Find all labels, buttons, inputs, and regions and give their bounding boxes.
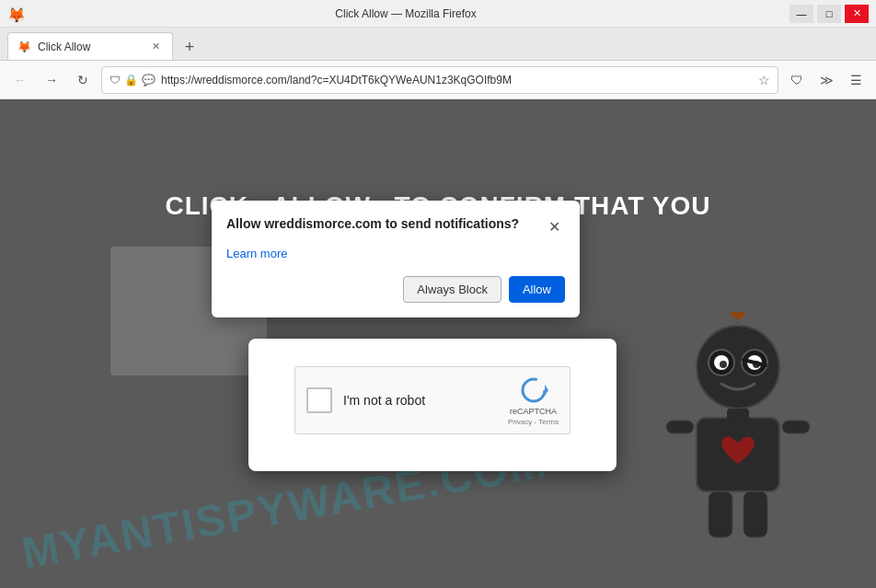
allow-button[interactable]: Allow [509,276,565,303]
tab-title: Click Allow [38,40,141,53]
always-block-button[interactable]: Always Block [403,276,501,303]
reload-button[interactable]: ↻ [70,67,96,93]
svg-rect-13 [782,421,810,433]
learn-more-link[interactable]: Learn more [226,247,287,260]
extensions-button[interactable]: ≫ [813,67,839,93]
tab-bar: 🦊 Click Allow ✕ + [0,28,876,61]
recaptcha-checkbox[interactable] [306,387,332,413]
menu-button[interactable]: ☰ [843,67,869,93]
robot-character [646,312,830,588]
address-input-wrap[interactable]: 🛡 🔒 💬 https://wreddismorce.com/land?c=XU… [101,66,778,94]
window-title: Click Allow — Mozilla Firefox [22,7,790,20]
recaptcha-brand: reCAPTCHA [510,407,557,416]
url-text: https://wreddismorce.com/land?c=XU4DtT6k… [161,74,753,86]
tab-favicon-icon: 🦊 [17,40,30,53]
new-tab-button[interactable]: + [177,34,202,60]
svg-rect-15 [743,491,767,537]
svg-point-7 [720,361,727,368]
lock-icon: 🔒 [124,74,138,86]
svg-rect-11 [727,409,749,421]
toolbar-icons: 🛡 ≫ ☰ [784,67,869,93]
address-bar: ← → ↻ 🛡 🔒 💬 https://wreddismorce.com/lan… [0,61,876,99]
maximize-button[interactable]: □ [817,5,841,23]
recaptcha-terms-link[interactable]: Terms [538,418,559,426]
svg-rect-12 [666,421,694,433]
shield-icon: 🛡 [110,74,121,86]
shield-toolbar-button[interactable]: 🛡 [784,67,810,93]
dialog-title: Allow wreddismorce.com to send notificat… [226,215,543,234]
bookmark-icon[interactable]: ☆ [758,73,770,87]
recaptcha-label: I'm not a robot [343,393,497,408]
close-button[interactable]: ✕ [845,5,869,23]
recaptcha-links: Privacy - Terms [508,418,559,426]
forward-button[interactable]: → [39,67,64,93]
page-content: MYANTISPYWARE.COM CLICK «ALLOW» TO CONFI… [0,99,876,588]
svg-point-16 [523,379,545,401]
dialog-buttons: Always Block Allow [226,276,565,303]
back-button[interactable]: ← [7,67,33,93]
recaptcha-privacy-link[interactable]: Privacy [508,418,532,426]
minimize-button[interactable]: — [790,5,813,23]
title-bar-left: 🦊 [7,6,22,21]
svg-point-2 [731,312,745,319]
browser-tab[interactable]: 🦊 Click Allow ✕ [7,32,173,60]
notification-icon: 💬 [142,74,156,86]
tab-close-button[interactable]: ✕ [148,40,163,54]
recaptcha-spinner-icon [519,375,548,405]
recaptcha-box: I'm not a robot reCAPTCHA Privacy - Term… [294,366,571,434]
window-controls: — □ ✕ [790,5,869,23]
dialog-learn-more: Learn more [226,245,565,261]
firefox-logo-icon: 🦊 [7,6,22,21]
dialog-header: Allow wreddismorce.com to send notificat… [226,215,565,237]
svg-marker-17 [545,385,548,396]
notification-dialog: Allow wreddismorce.com to send notificat… [212,201,580,317]
recaptcha-logo-area: reCAPTCHA Privacy - Terms [508,375,559,426]
security-icons: 🛡 🔒 💬 [110,74,156,86]
svg-rect-14 [709,491,732,537]
dialog-close-button[interactable]: ✕ [543,215,565,237]
title-bar: 🦊 Click Allow — Mozilla Firefox — □ ✕ [0,0,876,28]
recaptcha-modal: I'm not a robot reCAPTCHA Privacy - Term… [248,339,617,471]
